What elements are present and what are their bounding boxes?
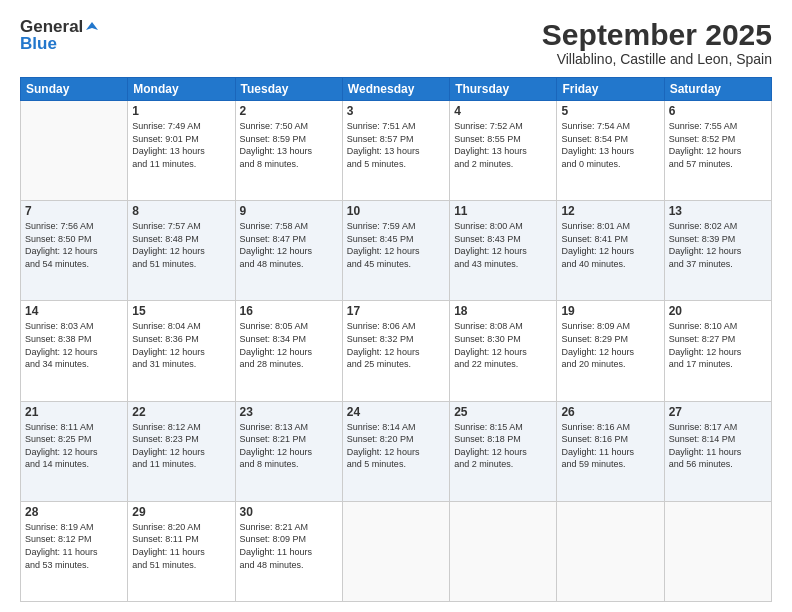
weekday-header-monday: Monday [128,78,235,101]
calendar-cell [557,501,664,601]
day-number: 17 [347,304,445,318]
weekday-header-friday: Friday [557,78,664,101]
calendar-cell: 9Sunrise: 7:58 AM Sunset: 8:47 PM Daylig… [235,201,342,301]
day-info: Sunrise: 8:14 AM Sunset: 8:20 PM Dayligh… [347,421,445,471]
day-number: 14 [25,304,123,318]
day-number: 3 [347,104,445,118]
logo: General Blue [20,18,99,53]
weekday-header-saturday: Saturday [664,78,771,101]
day-info: Sunrise: 7:57 AM Sunset: 8:48 PM Dayligh… [132,220,230,270]
calendar-cell: 20Sunrise: 8:10 AM Sunset: 8:27 PM Dayli… [664,301,771,401]
calendar-cell: 21Sunrise: 8:11 AM Sunset: 8:25 PM Dayli… [21,401,128,501]
day-info: Sunrise: 7:58 AM Sunset: 8:47 PM Dayligh… [240,220,338,270]
calendar-cell: 23Sunrise: 8:13 AM Sunset: 8:21 PM Dayli… [235,401,342,501]
day-number: 13 [669,204,767,218]
day-number: 24 [347,405,445,419]
day-info: Sunrise: 7:56 AM Sunset: 8:50 PM Dayligh… [25,220,123,270]
day-number: 1 [132,104,230,118]
calendar-cell: 7Sunrise: 7:56 AM Sunset: 8:50 PM Daylig… [21,201,128,301]
day-info: Sunrise: 8:05 AM Sunset: 8:34 PM Dayligh… [240,320,338,370]
calendar-cell: 15Sunrise: 8:04 AM Sunset: 8:36 PM Dayli… [128,301,235,401]
weekday-header-wednesday: Wednesday [342,78,449,101]
calendar-cell: 19Sunrise: 8:09 AM Sunset: 8:29 PM Dayli… [557,301,664,401]
calendar-cell: 17Sunrise: 8:06 AM Sunset: 8:32 PM Dayli… [342,301,449,401]
calendar-cell: 13Sunrise: 8:02 AM Sunset: 8:39 PM Dayli… [664,201,771,301]
day-number: 26 [561,405,659,419]
day-info: Sunrise: 8:06 AM Sunset: 8:32 PM Dayligh… [347,320,445,370]
calendar-cell [450,501,557,601]
day-number: 5 [561,104,659,118]
calendar-cell: 12Sunrise: 8:01 AM Sunset: 8:41 PM Dayli… [557,201,664,301]
day-info: Sunrise: 7:54 AM Sunset: 8:54 PM Dayligh… [561,120,659,170]
day-info: Sunrise: 8:16 AM Sunset: 8:16 PM Dayligh… [561,421,659,471]
calendar-cell: 29Sunrise: 8:20 AM Sunset: 8:11 PM Dayli… [128,501,235,601]
calendar-cell: 2Sunrise: 7:50 AM Sunset: 8:59 PM Daylig… [235,101,342,201]
day-number: 27 [669,405,767,419]
calendar-cell: 11Sunrise: 8:00 AM Sunset: 8:43 PM Dayli… [450,201,557,301]
calendar-cell: 6Sunrise: 7:55 AM Sunset: 8:52 PM Daylig… [664,101,771,201]
logo-bird-icon [85,20,99,34]
day-number: 15 [132,304,230,318]
calendar-cell: 30Sunrise: 8:21 AM Sunset: 8:09 PM Dayli… [235,501,342,601]
calendar-cell [21,101,128,201]
day-number: 8 [132,204,230,218]
header: General Blue September 2025 Villablino, … [20,18,772,67]
calendar-cell: 5Sunrise: 7:54 AM Sunset: 8:54 PM Daylig… [557,101,664,201]
day-number: 30 [240,505,338,519]
day-info: Sunrise: 8:08 AM Sunset: 8:30 PM Dayligh… [454,320,552,370]
day-info: Sunrise: 7:51 AM Sunset: 8:57 PM Dayligh… [347,120,445,170]
day-number: 28 [25,505,123,519]
calendar-cell: 16Sunrise: 8:05 AM Sunset: 8:34 PM Dayli… [235,301,342,401]
subtitle: Villablino, Castille and Leon, Spain [542,51,772,67]
calendar-cell [342,501,449,601]
day-info: Sunrise: 8:21 AM Sunset: 8:09 PM Dayligh… [240,521,338,571]
calendar-cell: 28Sunrise: 8:19 AM Sunset: 8:12 PM Dayli… [21,501,128,601]
calendar-cell: 25Sunrise: 8:15 AM Sunset: 8:18 PM Dayli… [450,401,557,501]
day-info: Sunrise: 8:10 AM Sunset: 8:27 PM Dayligh… [669,320,767,370]
logo-blue: Blue [20,35,99,54]
calendar-cell [664,501,771,601]
day-info: Sunrise: 8:19 AM Sunset: 8:12 PM Dayligh… [25,521,123,571]
day-number: 4 [454,104,552,118]
day-number: 9 [240,204,338,218]
day-number: 2 [240,104,338,118]
day-number: 16 [240,304,338,318]
calendar-cell: 1Sunrise: 7:49 AM Sunset: 9:01 PM Daylig… [128,101,235,201]
calendar-cell: 24Sunrise: 8:14 AM Sunset: 8:20 PM Dayli… [342,401,449,501]
day-info: Sunrise: 8:09 AM Sunset: 8:29 PM Dayligh… [561,320,659,370]
weekday-header-tuesday: Tuesday [235,78,342,101]
day-info: Sunrise: 8:04 AM Sunset: 8:36 PM Dayligh… [132,320,230,370]
day-info: Sunrise: 7:50 AM Sunset: 8:59 PM Dayligh… [240,120,338,170]
day-info: Sunrise: 8:03 AM Sunset: 8:38 PM Dayligh… [25,320,123,370]
calendar-cell: 10Sunrise: 7:59 AM Sunset: 8:45 PM Dayli… [342,201,449,301]
day-number: 29 [132,505,230,519]
svg-marker-0 [86,22,98,30]
day-info: Sunrise: 7:59 AM Sunset: 8:45 PM Dayligh… [347,220,445,270]
day-number: 19 [561,304,659,318]
day-number: 12 [561,204,659,218]
weekday-header-thursday: Thursday [450,78,557,101]
calendar-cell: 3Sunrise: 7:51 AM Sunset: 8:57 PM Daylig… [342,101,449,201]
day-info: Sunrise: 8:20 AM Sunset: 8:11 PM Dayligh… [132,521,230,571]
day-info: Sunrise: 8:13 AM Sunset: 8:21 PM Dayligh… [240,421,338,471]
day-info: Sunrise: 7:55 AM Sunset: 8:52 PM Dayligh… [669,120,767,170]
day-number: 22 [132,405,230,419]
day-info: Sunrise: 8:11 AM Sunset: 8:25 PM Dayligh… [25,421,123,471]
day-number: 25 [454,405,552,419]
calendar-cell: 27Sunrise: 8:17 AM Sunset: 8:14 PM Dayli… [664,401,771,501]
calendar-cell: 14Sunrise: 8:03 AM Sunset: 8:38 PM Dayli… [21,301,128,401]
calendar-cell: 22Sunrise: 8:12 AM Sunset: 8:23 PM Dayli… [128,401,235,501]
title-block: September 2025 Villablino, Castille and … [542,18,772,67]
day-info: Sunrise: 7:49 AM Sunset: 9:01 PM Dayligh… [132,120,230,170]
day-info: Sunrise: 8:15 AM Sunset: 8:18 PM Dayligh… [454,421,552,471]
day-info: Sunrise: 7:52 AM Sunset: 8:55 PM Dayligh… [454,120,552,170]
calendar-cell: 18Sunrise: 8:08 AM Sunset: 8:30 PM Dayli… [450,301,557,401]
day-info: Sunrise: 8:01 AM Sunset: 8:41 PM Dayligh… [561,220,659,270]
day-info: Sunrise: 8:00 AM Sunset: 8:43 PM Dayligh… [454,220,552,270]
calendar-cell: 4Sunrise: 7:52 AM Sunset: 8:55 PM Daylig… [450,101,557,201]
day-info: Sunrise: 8:02 AM Sunset: 8:39 PM Dayligh… [669,220,767,270]
day-info: Sunrise: 8:12 AM Sunset: 8:23 PM Dayligh… [132,421,230,471]
weekday-header-sunday: Sunday [21,78,128,101]
calendar-cell: 26Sunrise: 8:16 AM Sunset: 8:16 PM Dayli… [557,401,664,501]
day-number: 21 [25,405,123,419]
